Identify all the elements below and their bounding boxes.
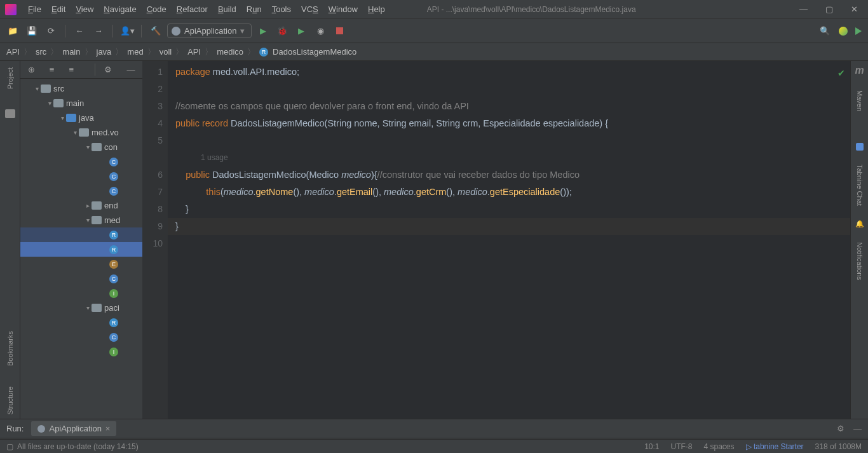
usage-hint[interactable]: 1 usage [175,149,850,166]
tab-notifications[interactable]: Notifications [855,240,865,283]
tree-item-r2-selected[interactable]: R [20,242,142,257]
search-icon[interactable]: 🔍 [817,24,832,39]
menu-vcs[interactable]: VCS [297,2,322,17]
tree-item-i2[interactable]: I [20,344,142,359]
tree-item-i[interactable]: I [20,286,142,301]
tab-structure[interactable]: Structure [5,382,15,419]
menu-build[interactable]: Build [214,2,240,17]
back-icon[interactable]: ← [72,24,87,39]
menu-window[interactable]: Window [325,2,362,17]
tree-item-r3[interactable]: R [20,315,142,330]
tree-java[interactable]: ▾java [20,111,142,125]
menu-bar: File Edit View Navigate Code Refactor Bu… [24,2,389,17]
bc-med[interactable]: med [127,47,143,57]
tabnine-icon[interactable] [856,143,864,151]
tree-toolbar: ⊕ ≡ ≡ ⚙ — [20,61,142,79]
tree-con[interactable]: ▾con [20,140,142,154]
indent[interactable]: 4 spaces [704,442,735,451]
main-toolbar: 📁 💾 ⟳ ← → 👤▾ 🔨 ApiApplication ▾ ▶ 🐞 ▶ ◉ … [0,19,868,43]
menu-help[interactable]: Help [364,2,389,17]
menu-file[interactable]: File [24,2,45,17]
tree-item-c1[interactable]: C [20,154,142,169]
menu-refactor[interactable]: Refactor [173,2,212,17]
tree-med[interactable]: ▾med [20,213,142,227]
tab-tabnine[interactable]: Tabnine Chat [855,162,865,208]
code-area[interactable]: ✔ package med.voll.API.medico; //somente… [168,61,850,419]
tree-item-c4[interactable]: C [20,271,142,286]
run-tool-window-header: Run: ApiApplication × ⚙ — [0,419,868,438]
tabnine-status[interactable]: ▷ tabnine Starter [746,442,804,451]
bc-api2[interactable]: API [187,47,201,57]
tab-project[interactable]: Project [5,64,15,93]
bc-voll[interactable]: voll [159,47,172,57]
bc-main[interactable]: main [62,47,80,57]
menu-run[interactable]: Run [243,2,266,17]
sync-icon[interactable]: ⟳ [43,24,58,39]
status-msg-icon: ▢ [6,442,13,451]
tree-settings-icon[interactable]: ⚙ [95,64,114,76]
caret-position[interactable]: 10:1 [644,442,659,451]
app-logo [5,4,17,15]
menu-view[interactable]: View [72,2,97,17]
maven-icon[interactable]: m [855,65,864,76]
tree-src[interactable]: ▾src [20,81,142,96]
bc-file[interactable]: DadosListagemMedico [273,47,356,57]
user-icon[interactable]: 👤▾ [119,24,135,39]
tree-paci[interactable]: ▾paci [20,301,142,315]
encoding[interactable]: UTF-8 [671,442,693,451]
tree-end[interactable]: ▸end [20,198,142,213]
left-tool-gutter: Project Bookmarks Structure [0,61,20,419]
run-tab[interactable]: ApiApplication × [31,421,116,436]
maximize-icon[interactable]: ▢ [825,4,833,14]
build-icon[interactable]: 🔨 [148,24,163,39]
run-label: Run: [6,424,24,433]
open-icon[interactable]: 📁 [5,24,20,39]
tree-item-c5[interactable]: C [20,330,142,344]
debug-icon[interactable]: 🐞 [275,24,290,39]
menu-navigate[interactable]: Navigate [100,2,140,17]
run-icon[interactable]: ▶ [255,24,271,39]
tree-item-c3[interactable]: C [20,184,142,198]
tree-collapse-icon[interactable]: ≡ [66,64,76,76]
tree-main[interactable]: ▾main [20,96,142,111]
run-config-label: ApiApplication [184,26,236,36]
title-bar: File Edit View Navigate Code Refactor Bu… [0,0,868,19]
bell-icon[interactable]: 🔔 [855,220,864,228]
codewithme-icon[interactable] [839,27,848,36]
status-message: All files are up-to-date (today 14:15) [17,442,139,451]
forward-icon[interactable]: → [91,24,106,39]
tab-maven[interactable]: Maven [855,88,865,114]
tree-item-r1[interactable]: R [20,227,142,242]
run-hide-icon[interactable]: — [853,424,862,433]
tab-bookmarks[interactable]: Bookmarks [5,327,15,370]
menu-tools[interactable]: Tools [268,2,295,17]
close-run-tab-icon[interactable]: × [105,424,111,433]
stop-icon[interactable] [332,24,347,39]
tree-item-e[interactable]: E [20,257,142,271]
tree-expand-icon[interactable]: ≡ [47,64,57,76]
bc-java[interactable]: java [97,47,112,57]
run-config-selector[interactable]: ApiApplication ▾ [167,24,252,38]
bc-api[interactable]: API [6,47,20,57]
menu-code[interactable]: Code [143,2,170,17]
menu-edit[interactable]: Edit [48,2,69,17]
code-editor[interactable]: 12345 678910 ✔ package med.voll.API.medi… [142,61,850,419]
bc-medico[interactable]: medico [217,47,243,57]
run-settings-icon[interactable]: ⚙ [837,424,844,433]
tree-item-c2[interactable]: C [20,169,142,184]
close-icon[interactable]: ✕ [851,4,858,14]
tabnine-play-icon[interactable] [854,27,863,36]
coverage-icon[interactable]: ▶ [294,24,309,39]
profile-icon[interactable]: ◉ [313,24,328,39]
project-folder-icon[interactable] [5,109,15,118]
run-tab-icon [37,425,45,433]
memory-indicator[interactable]: 318 of 1008M [815,442,862,451]
tree-hide-icon[interactable]: — [124,64,137,76]
breadcrumb: API〉 src〉 main〉 java〉 med〉 voll〉 API〉 me… [0,43,868,61]
bc-src[interactable]: src [36,47,46,57]
tree-medvo[interactable]: ▾med.vo [20,125,142,140]
save-icon[interactable]: 💾 [24,24,39,39]
minimize-icon[interactable]: — [799,4,808,14]
chevron-down-icon: ▾ [240,26,245,36]
tree-select-icon[interactable]: ⊕ [25,64,37,76]
